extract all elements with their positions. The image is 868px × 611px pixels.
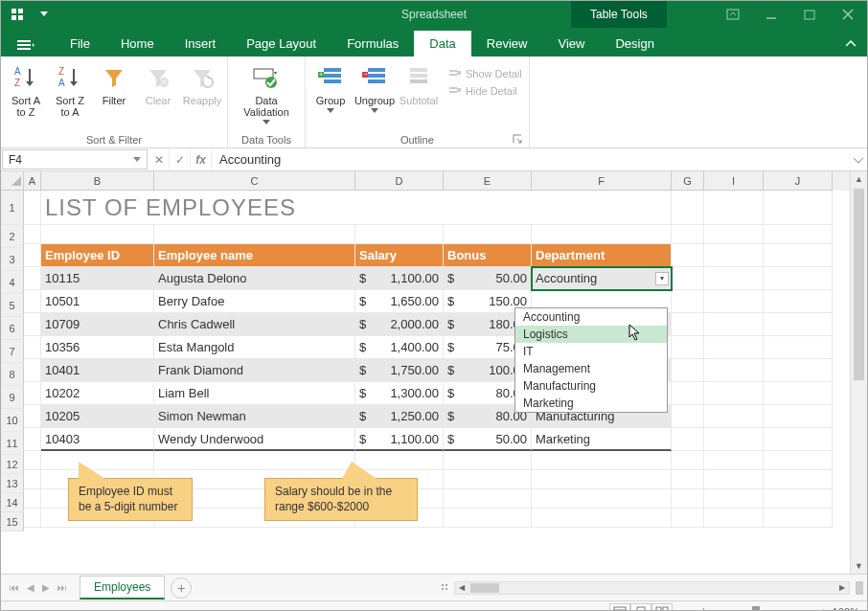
cell[interactable] [764,313,833,336]
cell-salary[interactable]: $1,100.00 [355,428,444,451]
col-header-F[interactable]: F [532,171,672,191]
cell[interactable] [672,470,704,489]
zoom-out-icon[interactable]: − [686,606,692,612]
formula-input[interactable]: Accounting [212,148,850,170]
sheet-nav[interactable]: ⏮ ◀ ▶ ⏭ [1,580,76,595]
row-header[interactable]: 4 [1,271,24,294]
row-header[interactable]: 9 [1,386,24,409]
cell-department[interactable]: Accounting▾ [532,267,672,290]
view-page-break-icon[interactable] [651,603,673,612]
col-header-G[interactable]: G [672,171,704,191]
zoom-level[interactable]: 100% [833,606,859,612]
row-header[interactable]: 2 [1,225,24,248]
ribbon-file-icon[interactable] [7,34,45,57]
cell[interactable] [24,225,41,244]
cell[interactable] [764,428,833,451]
cell[interactable] [24,489,41,509]
cell[interactable] [704,428,764,451]
cell[interactable] [764,405,833,428]
col-header-B[interactable]: B [41,171,154,191]
dropdown-option[interactable]: IT [515,343,667,360]
cell[interactable] [444,451,532,470]
table-header[interactable]: Bonus [444,244,532,267]
cell[interactable] [24,313,41,336]
col-header-J[interactable]: J [764,171,833,191]
table-header[interactable]: Employee ID [41,244,154,267]
dropdown-option[interactable]: Management [515,360,667,377]
cancel-formula-icon[interactable]: ✕ [148,148,170,170]
cell[interactable] [24,359,41,382]
cell[interactable] [672,313,704,336]
cell[interactable] [704,359,764,382]
add-sheet-button[interactable]: + [171,577,192,599]
scroll-left-icon[interactable]: ◀ [455,582,468,594]
row-header[interactable]: 1 [1,191,24,225]
data-validation-button[interactable]: Data Validation [232,60,301,126]
cell[interactable] [24,290,41,313]
cell[interactable] [444,509,532,528]
cell[interactable] [532,489,672,509]
cell-employee-name[interactable]: Frank Diamond [154,359,355,382]
cell[interactable] [672,451,704,470]
split-handle-icon[interactable] [441,581,448,595]
cell[interactable] [41,225,154,244]
close-icon[interactable] [829,1,867,28]
cell[interactable] [444,225,532,244]
scroll-down-icon[interactable]: ▼ [851,558,867,574]
tab-formulas[interactable]: Formulas [331,31,414,57]
row-header[interactable]: 5 [1,294,24,317]
sort-za-button[interactable]: ZA Sort Z to A [49,60,91,120]
cell[interactable] [355,225,444,244]
col-header-A[interactable]: A [24,171,41,191]
cell-employee-id[interactable]: 10205 [41,405,154,428]
validation-dropdown[interactable]: AccountingLogisticsITManagementManufactu… [514,307,668,413]
hscroll-split-handle[interactable] [856,581,863,595]
cell[interactable] [24,428,41,451]
cell[interactable] [672,489,704,509]
row-header[interactable]: 15 [1,512,24,532]
cell-employee-name[interactable]: Wendy Underwood [154,428,355,451]
cell[interactable] [704,405,764,428]
row-header[interactable]: 11 [1,432,24,455]
enter-formula-icon[interactable]: ✓ [170,148,191,170]
scroll-up-icon[interactable]: ▲ [851,171,867,187]
dropdown-option[interactable]: Manufacturing [515,377,667,395]
fx-icon[interactable]: fx [191,148,212,170]
vscroll-thumb[interactable] [854,189,864,380]
ribbon-options-icon[interactable] [714,1,752,28]
cell[interactable] [704,244,764,267]
row-header[interactable]: 10 [1,409,24,432]
group-button[interactable]: + Group [309,60,352,115]
cell[interactable] [764,359,833,382]
dropdown-option[interactable]: Marketing [515,395,667,412]
cell[interactable] [704,489,764,509]
cell[interactable] [532,470,672,489]
cell-employee-id[interactable]: 10401 [41,359,154,382]
cell[interactable] [672,509,704,528]
zoom-in-icon[interactable]: + [820,606,826,612]
minimize-icon[interactable] [752,1,790,28]
cell[interactable] [532,225,672,244]
horizontal-scrollbar[interactable]: ◀ ▶ [454,581,850,595]
row-header[interactable]: 14 [1,493,24,512]
cell[interactable] [764,336,833,359]
col-header-I[interactable]: I [704,171,764,191]
cell[interactable] [764,509,833,528]
nav-last-icon[interactable]: ⏭ [55,580,70,595]
cell[interactable] [672,290,704,313]
cell[interactable] [672,359,704,382]
select-all-corner[interactable] [1,171,24,191]
cell[interactable] [24,509,41,528]
cell[interactable] [24,405,41,428]
row-header[interactable]: 13 [1,474,24,493]
cell[interactable] [704,451,764,470]
tab-home[interactable]: Home [105,31,170,57]
cell[interactable] [672,428,704,451]
cell[interactable] [24,470,41,489]
cell[interactable] [764,382,833,405]
cell[interactable] [704,382,764,405]
row-header[interactable]: 3 [1,248,24,271]
row-header[interactable]: 6 [1,317,24,340]
tab-design[interactable]: Design [600,31,669,57]
cell[interactable] [704,509,764,528]
